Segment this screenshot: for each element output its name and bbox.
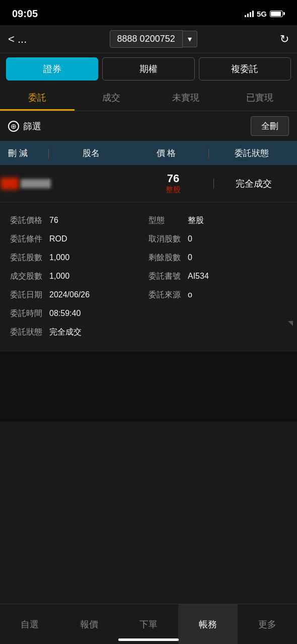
header-sep1 [48,148,49,158]
refresh-button[interactable]: ↻ [280,33,289,46]
value-date: 2024/06/26 [49,290,90,299]
bottom-nav: 自選 報價 下單 帳務 更多 [0,604,297,644]
label-commission-shares: 委託股數 [10,253,45,263]
account-dropdown-button[interactable]: ▾ [183,31,197,47]
label-condition: 委託條件 [10,234,45,245]
sub-tabs: 委託 成交 未實現 已實現 [0,85,297,111]
detail-remaining-row: 剩餘股數 0 [148,249,287,267]
order-price-value: 76 [138,172,208,185]
detail-source-row: 委託來源 o [148,286,287,304]
detail-time-row: 委託時間 08:59:40 [10,304,287,323]
network-label: 5G [257,10,267,18]
detail-status-row: 委託狀態 完全成交 [10,323,287,342]
label-type: 型態 [148,215,184,226]
detail-grid: 委託價格 76 型態 整股 委託條件 ROD 取消股數 0 委託股數 1,000 [10,211,287,342]
back-button[interactable]: < ... [8,33,27,46]
value-commission-price: 76 [49,216,58,225]
status-icons: 5G [245,10,285,18]
label-commission-status: 委託狀態 [10,327,45,338]
tab-futures[interactable]: 期權 [102,57,194,80]
label-commission-number: 委託書號 [148,271,184,282]
header-price: 價 格 [129,147,204,159]
nav-more-label: 更多 [258,618,276,630]
subtab-realized[interactable]: 已實現 [223,85,298,111]
tab-complex[interactable]: 複委託 [199,57,291,80]
header-delete: 刪 減 [8,147,43,159]
account-selector: 8888 0200752 ▾ [33,30,274,48]
resize-handle-icon [288,321,293,326]
spacer [0,351,297,422]
detail-cancel-row: 取消股數 0 [148,230,287,249]
header-name: 股名 [54,147,129,159]
detail-condition-row: 委託條件 ROD [10,230,148,249]
stock-code-blur [1,178,19,190]
value-condition: ROD [49,234,67,244]
value-time: 08:59:40 [49,309,81,318]
home-indicator [118,638,179,641]
value-commission-shares: 1,000 [49,253,69,262]
order-status: 完全成交 [219,178,289,190]
label-commission-price: 委託價格 [10,215,45,226]
nav-quote-label: 報價 [80,618,98,630]
header-status: 委託狀態 [214,147,289,159]
value-remaining: 0 [188,253,192,262]
status-time: 09:05 [12,8,38,20]
detail-commission-number-row: 委託書號 AI534 [148,267,287,286]
label-remaining: 剩餘股數 [148,253,184,263]
main-tabs: 證券 期權 複委託 [0,53,297,85]
value-source: o [188,290,192,299]
detail-section: 委託價格 76 型態 整股 委託條件 ROD 取消股數 0 委託股數 1,000 [0,202,297,351]
filter-icon: ⊕ [8,121,19,132]
detail-date-row: 委託日期 2024/06/26 [10,286,148,304]
header-sep2 [208,148,209,158]
value-cancel: 0 [188,234,192,244]
label-date: 委託日期 [10,290,45,300]
row-sep2 [213,179,214,189]
nav-more[interactable]: 更多 [238,604,297,644]
detail-transaction-shares-row: 成交股數 1,000 [10,267,148,286]
back-label: < ... [8,33,27,46]
value-type: 整股 [188,215,204,226]
nav-watchlist[interactable]: 自選 [0,604,59,644]
filter-bar: ⊕ 篩選 全刪 [0,111,297,141]
label-transaction-shares: 成交股數 [10,271,45,282]
order-row[interactable]: 76 整股 完全成交 [0,165,297,202]
value-commission-status: 完全成交 [49,327,82,338]
subtab-commission[interactable]: 委託 [0,85,75,111]
main-content: 證券 期權 複委託 委託 成交 未實現 已實現 ⊕ 篩選 全刪 刪 減 股名 價… [0,53,297,467]
nav-account[interactable]: 帳務 [178,604,238,644]
stock-badge [1,178,51,190]
value-commission-number: AI534 [188,272,209,281]
label-time: 委託時間 [10,308,45,319]
subtab-transaction[interactable]: 成交 [75,85,149,111]
clear-all-button[interactable]: 全刪 [251,116,289,136]
label-cancel: 取消股數 [148,234,184,245]
filter-left: ⊕ 篩選 [8,120,41,132]
subtab-unrealized[interactable]: 未實現 [148,85,223,111]
value-transaction-shares: 1,000 [49,272,69,281]
order-price-type: 整股 [138,185,208,195]
table-header: 刪 減 股名 價 格 委託狀態 [0,141,297,165]
status-bar: 09:05 5G [0,0,297,25]
detail-type-row: 型態 整股 [148,211,287,230]
order-price-col: 76 整股 [138,172,208,195]
signal-icon [245,10,254,17]
nav-bar: < ... 8888 0200752 ▾ ↻ [0,25,297,53]
detail-commission-shares-row: 委託股數 1,000 [10,249,148,267]
battery-icon [270,11,285,17]
account-number: 8888 0200752 [110,30,183,48]
filter-label: 篩選 [23,120,41,132]
detail-commission-price-row: 委託價格 76 [10,211,148,230]
nav-watchlist-label: 自選 [21,618,39,630]
label-source: 委託來源 [148,290,184,300]
tab-securities[interactable]: 證券 [6,57,98,80]
nav-quote[interactable]: 報價 [59,604,119,644]
stock-name-blur [21,179,51,188]
nav-account-label: 帳務 [199,618,217,630]
nav-order-label: 下單 [139,618,158,630]
